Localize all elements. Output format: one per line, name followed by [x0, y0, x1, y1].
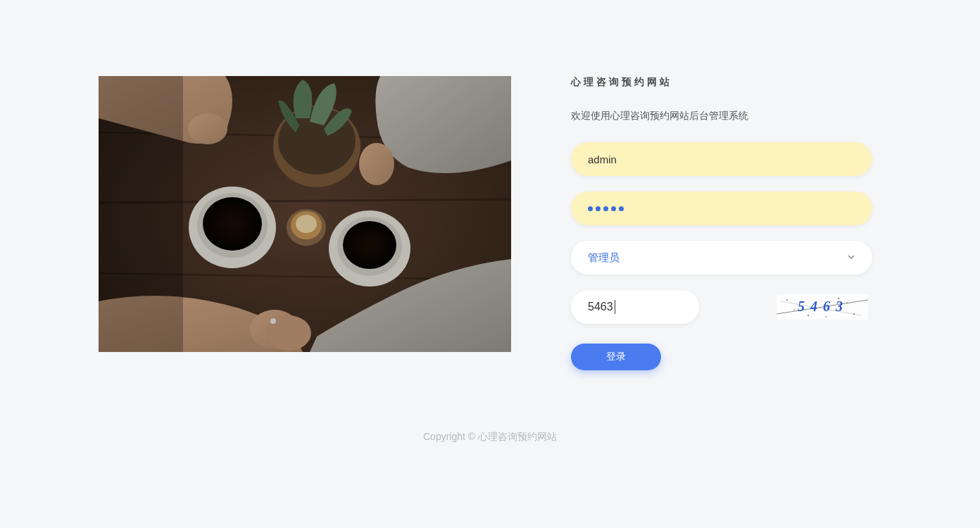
svg-point-29 — [793, 309, 795, 310]
captcha-text: 5463 — [798, 298, 848, 314]
svg-point-26 — [808, 315, 809, 316]
page-subtitle: 欢迎使用心理咨询预约网站后台管理系统 — [571, 110, 874, 122]
chevron-down-icon — [847, 252, 855, 263]
captcha-input[interactable] — [571, 290, 699, 324]
hero-image — [99, 76, 511, 352]
login-form: 心理咨询预约网站 欢迎使用心理咨询预约网站后台管理系统 管理员 — [571, 76, 874, 370]
captcha-image[interactable]: 5463 — [777, 294, 868, 320]
username-input[interactable] — [571, 142, 872, 176]
svg-rect-21 — [99, 76, 183, 352]
svg-point-28 — [853, 313, 855, 315]
footer-copyright: Copyright © 心理咨询预约网站 — [0, 431, 980, 444]
page-title: 心理咨询预约网站 — [571, 76, 874, 89]
svg-point-25 — [786, 299, 788, 301]
svg-point-30 — [825, 316, 827, 318]
role-selected-label: 管理员 — [588, 251, 620, 265]
role-select[interactable]: 管理员 — [571, 241, 872, 275]
password-input[interactable] — [571, 191, 872, 225]
login-button[interactable]: 登录 — [571, 344, 661, 370]
